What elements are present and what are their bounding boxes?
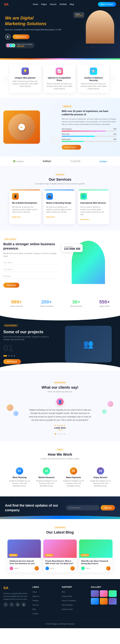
footer: SA Contrary to popular belief simply fre…: [0, 579, 120, 628]
feature-icon-1: 💡: [22, 68, 29, 75]
nav-portfolio[interactable]: Portfolio: [60, 3, 67, 6]
nav-blog[interactable]: Blog: [70, 3, 74, 6]
feature-card-2: 📈 Upfront & Competitive Price Build conc…: [44, 64, 75, 93]
call-badge: Call Anytime! 123 5566 456: [62, 244, 83, 252]
feature-title-1: Unique Idea planner: [12, 76, 39, 79]
process-grid: 01 Work Planning Google Ad strategies yo…: [3, 465, 117, 490]
blog-category-2: Network: [45, 554, 53, 556]
service-title-2: Motion & Branding Design: [46, 202, 72, 204]
service-readmore-2[interactable]: Read more →: [46, 216, 57, 218]
service-card-3: 🌐 International SEO Services We you need…: [78, 190, 109, 224]
gallery-img-6: [109, 598, 117, 604]
newsletter-section: And find the latest updates of our compa…: [0, 496, 120, 519]
hero-woman-photo: [86, 10, 114, 44]
contact-submit-button[interactable]: Send now: [3, 283, 19, 288]
process-title: How We Work: [3, 452, 117, 457]
footer-link-blog: Blog: [33, 608, 58, 610]
about-cta-button[interactable]: About Project →: [62, 145, 81, 150]
message-input[interactable]: [3, 274, 58, 279]
process-step-4: 04 Enjoy Service! Google Ad strategies y…: [88, 465, 113, 490]
process-subtitle: A simple and effective process to delive…: [3, 458, 117, 460]
nav-pages[interactable]: Pages: [41, 3, 47, 6]
project-dot-4[interactable]: [14, 355, 15, 356]
projects-content: Case Studies Some of our projects Some o…: [3, 324, 60, 364]
social-instagram[interactable]: ig: [21, 602, 26, 607]
blog-category-3: Projects: [80, 554, 89, 556]
features-next-button[interactable]: ›: [111, 77, 115, 81]
footer-description: Contrary to popular belief simply free t…: [3, 592, 29, 600]
testimonials-tag: Testimonials: [53, 381, 67, 384]
projects-cta-button[interactable]: All Projects: [3, 359, 21, 364]
skill-fill-3: [62, 141, 84, 142]
feature-desc-2: Build conciseness and share your company…: [46, 82, 73, 90]
services-prev-button[interactable]: ‹: [3, 205, 8, 209]
blog-author-3: Admin →: [81, 566, 110, 570]
footer-bottom: © 2024 SA Agency. All Rights Reserved.: [3, 620, 117, 625]
blog-arrow-2[interactable]: →: [70, 566, 75, 570]
service-readmore-1[interactable]: Read more →: [12, 216, 23, 218]
process-step-3: 03 Make Payments Google Ad strategies yo…: [61, 465, 86, 490]
email-input[interactable]: [3, 267, 58, 272]
about-image-area: ▶: [3, 110, 58, 144]
blog-arrow-3[interactable]: →: [106, 566, 110, 570]
name-input[interactable]: [3, 260, 58, 265]
process-title-1: Work Planning: [9, 476, 30, 479]
footer-link-home: Home: [33, 590, 58, 593]
features-prev-button[interactable]: ‹: [3, 77, 8, 81]
about-description: With over 25 years of experience, we hav…: [62, 118, 117, 126]
testimonial-role: Client: [58, 429, 62, 431]
footer-link-contact: Contact: [33, 612, 58, 615]
nav-home[interactable]: Home: [33, 3, 38, 6]
feature-title-2: Upfront & Competitive Price: [46, 76, 73, 82]
blog-post-title-3: What We Like About Teamwork During Big P…: [81, 560, 110, 565]
hero-explore-button[interactable]: Explore More: [13, 34, 30, 39]
side-avatar-4: [102, 409, 107, 414]
footer-support-docs: Documentation: [62, 603, 87, 606]
service-title-1: We & Mobile Development: [12, 202, 38, 204]
project-dot-3[interactable]: [11, 355, 12, 356]
blog-body-3: What We Like About Teamwork During Big P…: [79, 558, 112, 573]
stat-2: 200+ Project completed: [40, 299, 53, 307]
project-dot-active[interactable]: [3, 355, 7, 356]
testimonial-dot-1[interactable]: [55, 433, 56, 434]
nav-cta-button[interactable]: Start a Project: [98, 2, 116, 7]
social-twitter[interactable]: t: [9, 602, 14, 607]
brand-1: 🌿 organic: [13, 160, 24, 162]
service-readmore-3[interactable]: Read more →: [80, 218, 91, 220]
hero-play-button[interactable]: ▶: [5, 34, 11, 40]
blog-arrow-1[interactable]: →: [35, 566, 39, 570]
skill-seo-audit: SEO Audit 60%: [62, 133, 117, 137]
testimonial-dot-3[interactable]: [59, 433, 61, 434]
testimonial-dot-4[interactable]: [62, 433, 63, 434]
skill-optimization: Optimization 40%: [62, 138, 117, 142]
stats-section: 989+ Expert employed 200+ Project comple…: [0, 294, 120, 312]
about-play-button[interactable]: ▶: [18, 124, 25, 130]
stats-grid: 989+ Expert employed 200+ Project comple…: [3, 299, 117, 307]
process-desc-2: Google Ad strategies you an overview of …: [36, 480, 57, 487]
project-image-inner: 👥: [65, 326, 112, 362]
services-header: Services Our Services A complete range o…: [3, 173, 117, 185]
stat-label-1: Expert employed: [10, 305, 23, 307]
nav-service[interactable]: Service: [50, 3, 57, 6]
footer-logo: SA: [3, 586, 29, 590]
blog-title: Our Latest Blog: [3, 530, 117, 534]
services-next-button[interactable]: ›: [111, 205, 115, 209]
projects-section: Case Studies Some of our projects Some o…: [0, 312, 120, 371]
footer-support-terms: Terms & Conditions: [62, 599, 87, 602]
testimonial-avatar: 👤: [56, 398, 64, 406]
social-linkedin[interactable]: in: [15, 602, 20, 607]
service-icon-2: 🎬: [46, 193, 53, 200]
about-tag: About us: [62, 105, 73, 108]
blog-tag: Latest Blog: [53, 526, 67, 529]
social-facebook[interactable]: f: [3, 602, 8, 607]
footer-support-faq: FAQ: [62, 590, 87, 593]
testimonial-dot-2[interactable]: [57, 433, 58, 434]
side-avatar-2: [13, 411, 18, 416]
project-dot-2[interactable]: [8, 355, 10, 356]
avatar: [12, 44, 15, 47]
blog-card-1: Services Additional Services that will G…: [8, 540, 41, 573]
blog-post-title-1: Additional Services that will Grow Your …: [10, 560, 39, 565]
process-num-4: 04: [97, 467, 104, 475]
blog-header: Latest Blog Our Latest Blog: [3, 526, 117, 534]
testimonial-dot-5[interactable]: [64, 433, 65, 434]
